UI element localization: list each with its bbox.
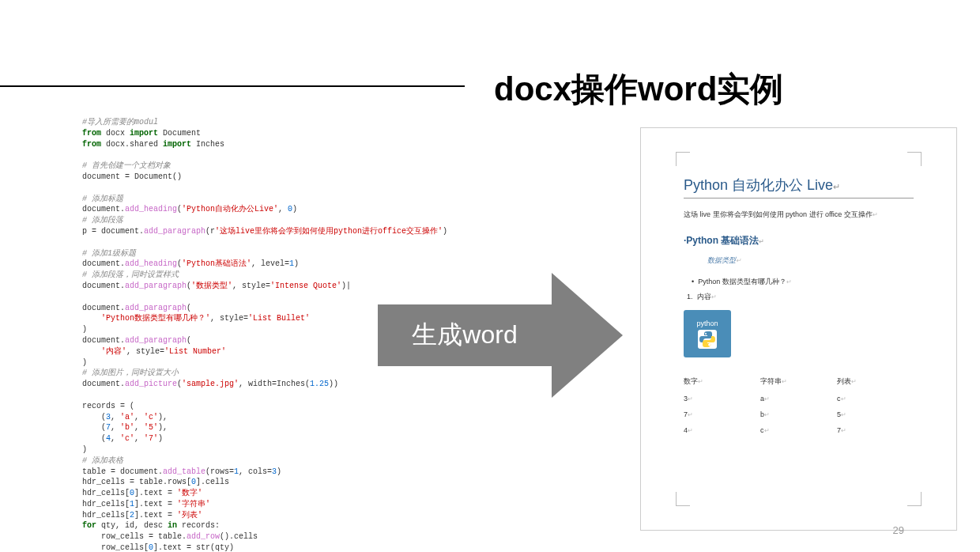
code-block: #导入所需要的modul from docx import Document f… [82, 117, 414, 552]
table-header: 列表↵ [837, 376, 914, 387]
table-cell: 7↵ [837, 426, 914, 434]
arrow-label: 生成word [412, 318, 517, 353]
crop-mark [907, 152, 922, 166]
table-cell: c↵ [837, 395, 914, 403]
crop-mark [676, 152, 690, 166]
table-cell: 7↵ [684, 410, 760, 418]
word-quote: 数据类型↵ [707, 255, 914, 266]
title-divider [0, 85, 465, 87]
table-cell: a↵ [760, 395, 837, 403]
python-logo-icon [698, 330, 717, 349]
word-number-item: 1. 内容↵ [687, 292, 914, 302]
code-comment: #导入所需要的modul [82, 118, 158, 127]
python-logo-label: python [696, 319, 718, 327]
code-keyword: from [82, 129, 101, 138]
table-header: 字符串↵ [760, 376, 837, 387]
slide-title: docx操作word实例 [494, 67, 783, 112]
table-cell: 3↵ [684, 395, 760, 403]
table-cell: b↵ [760, 410, 837, 418]
crop-mark [676, 492, 690, 506]
word-table: 数字↵ 字符串↵ 列表↵ 3↵ a↵ c↵ 7↵ b↵ 5↵ 4↵ c↵ 7↵ [684, 376, 914, 434]
table-cell: 4↵ [684, 426, 760, 434]
word-preview: Python 自动化办公 Live↵ 这场 live 里你将会学到如何使用 py… [640, 127, 957, 531]
arrow-head [552, 273, 623, 398]
word-heading-1: Python 自动化办公 Live↵ [684, 176, 914, 195]
word-hr [684, 198, 914, 198]
page-number: 29 [893, 524, 904, 536]
word-bullet-item: • Python 数据类型有哪几种？↵ [692, 277, 914, 287]
word-paragraph: 这场 live 里你将会学到如何使用 python 进行 office 交互操作… [684, 210, 914, 220]
crop-mark [907, 492, 922, 506]
table-header: 数字↵ [684, 376, 760, 387]
arrow-shaft: 生成word [378, 304, 552, 366]
arrow-icon: 生成word [378, 273, 623, 398]
table-cell: c↵ [760, 426, 837, 434]
word-image: python [684, 310, 731, 357]
word-heading-2: ·Python 基础语法↵ [684, 234, 914, 248]
table-cell: 5↵ [837, 410, 914, 418]
